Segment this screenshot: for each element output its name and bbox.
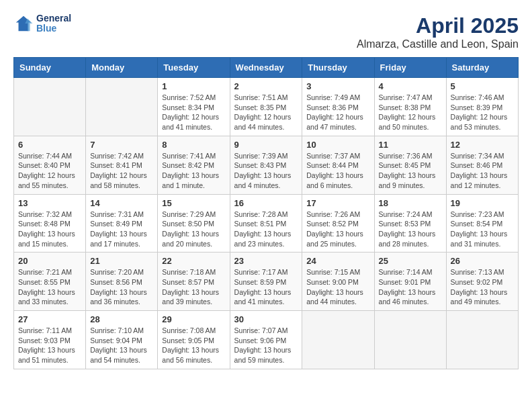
calendar-cell: 3Sunrise: 7:49 AMSunset: 8:36 PMDaylight… (302, 78, 374, 136)
calendar-cell: 24Sunrise: 7:15 AMSunset: 9:00 PMDayligh… (302, 253, 374, 311)
day-number: 3 (306, 81, 369, 91)
calendar-title: April 2025 (357, 13, 519, 38)
weekday-header: Monday (86, 58, 158, 78)
calendar-cell: 2Sunrise: 7:51 AMSunset: 8:35 PMDaylight… (230, 78, 302, 136)
weekday-header: Wednesday (230, 58, 302, 78)
day-number: 17 (306, 198, 369, 208)
calendar-cell: 15Sunrise: 7:29 AMSunset: 8:50 PMDayligh… (158, 194, 230, 253)
day-info: Sunrise: 7:51 AMSunset: 8:35 PMDaylight:… (234, 93, 298, 132)
calendar-cell: 6Sunrise: 7:44 AMSunset: 8:40 PMDaylight… (14, 136, 86, 194)
day-info: Sunrise: 7:41 AMSunset: 8:42 PMDaylight:… (162, 151, 225, 191)
calendar-table: SundayMondayTuesdayWednesdayThursdayFrid… (13, 57, 519, 369)
title-area: April 2025 Almarza, Castille and Leon, S… (357, 13, 519, 50)
weekday-header: Saturday (446, 58, 518, 78)
day-number: 9 (234, 140, 298, 150)
calendar-week-row: 1Sunrise: 7:52 AMSunset: 8:34 PMDaylight… (14, 78, 519, 136)
logo-text: General Blue (36, 13, 71, 34)
day-number: 14 (90, 198, 153, 208)
day-number: 19 (451, 198, 514, 208)
calendar-cell (302, 311, 374, 369)
calendar-cell: 14Sunrise: 7:31 AMSunset: 8:49 PMDayligh… (86, 194, 158, 253)
day-number: 21 (90, 256, 153, 266)
calendar-cell: 1Sunrise: 7:52 AMSunset: 8:34 PMDaylight… (158, 78, 230, 136)
calendar-cell: 8Sunrise: 7:41 AMSunset: 8:42 PMDaylight… (158, 136, 230, 194)
calendar-cell: 27Sunrise: 7:11 AMSunset: 9:03 PMDayligh… (14, 311, 86, 369)
day-info: Sunrise: 7:32 AMSunset: 8:48 PMDaylight:… (18, 210, 81, 249)
day-info: Sunrise: 7:36 AMSunset: 8:45 PMDaylight:… (379, 151, 442, 191)
calendar-cell: 9Sunrise: 7:39 AMSunset: 8:43 PMDaylight… (230, 136, 302, 194)
day-number: 7 (90, 140, 153, 150)
day-info: Sunrise: 7:07 AMSunset: 9:06 PMDaylight:… (234, 326, 298, 365)
calendar-cell: 21Sunrise: 7:20 AMSunset: 8:56 PMDayligh… (86, 253, 158, 311)
calendar-cell: 13Sunrise: 7:32 AMSunset: 8:48 PMDayligh… (14, 194, 86, 253)
day-number: 16 (234, 198, 298, 208)
day-number: 15 (162, 198, 225, 208)
day-number: 27 (18, 314, 81, 324)
day-info: Sunrise: 7:46 AMSunset: 8:39 PMDaylight:… (451, 93, 514, 132)
day-number: 24 (306, 256, 369, 266)
calendar-cell: 30Sunrise: 7:07 AMSunset: 9:06 PMDayligh… (230, 311, 302, 369)
calendar-cell: 17Sunrise: 7:26 AMSunset: 8:52 PMDayligh… (302, 194, 374, 253)
day-number: 5 (451, 81, 514, 91)
day-number: 26 (451, 256, 514, 266)
weekday-header-row: SundayMondayTuesdayWednesdayThursdayFrid… (14, 58, 519, 78)
calendar-cell: 18Sunrise: 7:24 AMSunset: 8:53 PMDayligh… (374, 194, 446, 253)
day-info: Sunrise: 7:11 AMSunset: 9:03 PMDaylight:… (18, 326, 81, 365)
day-number: 22 (162, 256, 225, 266)
day-info: Sunrise: 7:20 AMSunset: 8:56 PMDaylight:… (90, 267, 153, 307)
logo-line2: Blue (36, 24, 71, 34)
day-info: Sunrise: 7:29 AMSunset: 8:50 PMDaylight:… (162, 210, 225, 249)
calendar-week-row: 6Sunrise: 7:44 AMSunset: 8:40 PMDaylight… (14, 136, 519, 194)
day-number: 8 (162, 140, 225, 150)
calendar-week-row: 20Sunrise: 7:21 AMSunset: 8:55 PMDayligh… (14, 253, 519, 311)
day-number: 1 (162, 81, 225, 91)
day-number: 6 (18, 140, 81, 150)
day-info: Sunrise: 7:44 AMSunset: 8:40 PMDaylight:… (18, 151, 81, 191)
day-number: 29 (162, 314, 225, 324)
day-info: Sunrise: 7:15 AMSunset: 9:00 PMDaylight:… (306, 267, 369, 307)
calendar-cell (86, 78, 158, 136)
day-number: 10 (306, 140, 369, 150)
day-info: Sunrise: 7:24 AMSunset: 8:53 PMDaylight:… (379, 210, 442, 249)
day-info: Sunrise: 7:17 AMSunset: 8:59 PMDaylight:… (234, 267, 298, 307)
day-info: Sunrise: 7:10 AMSunset: 9:04 PMDaylight:… (90, 326, 153, 365)
calendar-week-row: 13Sunrise: 7:32 AMSunset: 8:48 PMDayligh… (14, 194, 519, 253)
day-info: Sunrise: 7:47 AMSunset: 8:38 PMDaylight:… (379, 93, 442, 132)
day-number: 23 (234, 256, 298, 266)
calendar-subtitle: Almarza, Castille and Leon, Spain (357, 38, 519, 50)
weekday-header: Friday (374, 58, 446, 78)
logo: General Blue (13, 13, 71, 34)
day-number: 12 (451, 140, 514, 150)
day-number: 11 (379, 140, 442, 150)
calendar-cell (14, 78, 86, 136)
calendar-cell: 19Sunrise: 7:23 AMSunset: 8:54 PMDayligh… (446, 194, 518, 253)
calendar-cell (446, 311, 518, 369)
calendar-cell: 22Sunrise: 7:18 AMSunset: 8:57 PMDayligh… (158, 253, 230, 311)
day-info: Sunrise: 7:18 AMSunset: 8:57 PMDaylight:… (162, 267, 225, 307)
calendar-week-row: 27Sunrise: 7:11 AMSunset: 9:03 PMDayligh… (14, 311, 519, 369)
calendar-cell: 11Sunrise: 7:36 AMSunset: 8:45 PMDayligh… (374, 136, 446, 194)
calendar-cell: 26Sunrise: 7:13 AMSunset: 9:02 PMDayligh… (446, 253, 518, 311)
calendar-cell: 12Sunrise: 7:34 AMSunset: 8:46 PMDayligh… (446, 136, 518, 194)
page-header: General Blue April 2025 Almarza, Castill… (13, 13, 519, 50)
calendar-cell: 23Sunrise: 7:17 AMSunset: 8:59 PMDayligh… (230, 253, 302, 311)
day-info: Sunrise: 7:28 AMSunset: 8:51 PMDaylight:… (234, 210, 298, 249)
day-info: Sunrise: 7:49 AMSunset: 8:36 PMDaylight:… (306, 93, 369, 132)
day-info: Sunrise: 7:52 AMSunset: 8:34 PMDaylight:… (162, 93, 225, 132)
weekday-header: Thursday (302, 58, 374, 78)
day-info: Sunrise: 7:23 AMSunset: 8:54 PMDaylight:… (451, 210, 514, 249)
calendar-cell: 5Sunrise: 7:46 AMSunset: 8:39 PMDaylight… (446, 78, 518, 136)
calendar-cell: 7Sunrise: 7:42 AMSunset: 8:41 PMDaylight… (86, 136, 158, 194)
day-info: Sunrise: 7:37 AMSunset: 8:44 PMDaylight:… (306, 151, 369, 191)
day-info: Sunrise: 7:21 AMSunset: 8:55 PMDaylight:… (18, 267, 81, 307)
calendar-cell: 25Sunrise: 7:14 AMSunset: 9:01 PMDayligh… (374, 253, 446, 311)
day-info: Sunrise: 7:31 AMSunset: 8:49 PMDaylight:… (90, 210, 153, 249)
calendar-cell (374, 311, 446, 369)
day-number: 20 (18, 256, 81, 266)
calendar-cell: 28Sunrise: 7:10 AMSunset: 9:04 PMDayligh… (86, 311, 158, 369)
logo-line1: General (36, 13, 71, 24)
calendar-cell: 4Sunrise: 7:47 AMSunset: 8:38 PMDaylight… (374, 78, 446, 136)
day-number: 18 (379, 198, 442, 208)
day-info: Sunrise: 7:42 AMSunset: 8:41 PMDaylight:… (90, 151, 153, 191)
day-number: 4 (379, 81, 442, 91)
